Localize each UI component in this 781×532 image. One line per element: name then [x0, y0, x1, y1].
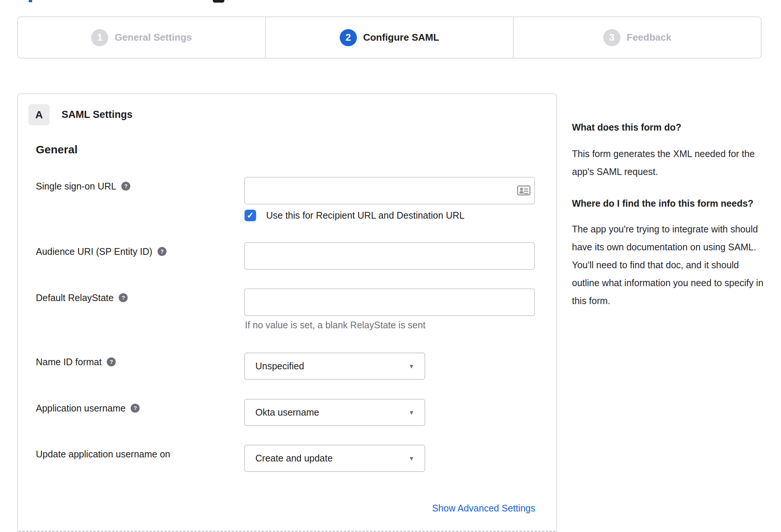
name-id-format-label-text: Name ID format	[36, 356, 102, 367]
application-username-label: Application username ?	[36, 403, 140, 414]
sso-url-label: Single sign-on URL ?	[36, 181, 130, 192]
default-relaystate-label-text: Default RelayState	[36, 292, 113, 303]
step-general-settings: 1 General Settings	[18, 17, 265, 58]
top-cutoff-blue-artifact	[29, 0, 32, 2]
help-icon[interactable]: ?	[119, 293, 128, 302]
top-cutoff-logo-artifact	[213, 0, 224, 3]
audience-uri-input[interactable]	[244, 242, 535, 270]
caret-down-icon: ▾	[410, 454, 413, 463]
saml-settings-panel: A SAML Settings General Single sign-on U…	[17, 93, 557, 532]
configure-saml-page: 1 General Settings 2 Configure SAML 3 Fe…	[0, 0, 781, 532]
audience-uri-label: Audience URI (SP Entity ID) ?	[36, 246, 167, 257]
default-relaystate-label: Default RelayState ?	[36, 292, 128, 303]
sso-url-input[interactable]	[244, 177, 535, 204]
section-a-badge: A	[28, 104, 50, 125]
card-person-body	[519, 191, 524, 194]
help-sidebar: What does this form do? This form genera…	[572, 120, 764, 310]
step-label: Configure SAML	[363, 32, 439, 43]
dashed-divider	[19, 531, 556, 532]
caret-down-icon: ▾	[410, 408, 413, 417]
step-configure-saml: 2 Configure SAML	[265, 17, 513, 58]
sidebar-question-1: What does this form do?	[572, 120, 764, 134]
step-label: Feedback	[627, 32, 672, 43]
recipient-url-checkbox[interactable]: ✓	[245, 210, 256, 221]
wizard-stepper: 1 General Settings 2 Configure SAML 3 Fe…	[17, 16, 762, 59]
card-line	[524, 188, 528, 190]
name-id-format-label: Name ID format ?	[36, 356, 116, 367]
update-application-username-dropdown[interactable]: Create and update ▾	[244, 445, 425, 472]
audience-uri-label-text: Audience URI (SP Entity ID)	[36, 246, 152, 257]
application-username-dropdown[interactable]: Okta username ▾	[244, 399, 425, 426]
update-application-username-label: Update application username on	[36, 448, 170, 460]
help-icon[interactable]: ?	[158, 247, 167, 256]
caret-down-icon: ▾	[410, 362, 413, 370]
show-advanced-settings-link[interactable]: Show Advanced Settings	[432, 503, 535, 514]
step-label: General Settings	[115, 32, 192, 43]
application-username-label-text: Application username	[36, 403, 125, 414]
recipient-url-checkbox-row: ✓ Use this for Recipient URL and Destina…	[245, 210, 464, 221]
dropdown-selected-value: Create and update	[255, 453, 410, 464]
step-number-badge: 1	[91, 29, 108, 46]
recipient-url-checkbox-label: Use this for Recipient URL and Destinati…	[266, 210, 464, 221]
card-line	[524, 191, 528, 192]
card-line	[524, 193, 528, 194]
sidebar-question-2: Where do I find the info this form needs…	[572, 196, 764, 210]
default-relaystate-input[interactable]	[244, 288, 535, 316]
sso-url-label-text: Single sign-on URL	[36, 181, 116, 192]
dropdown-selected-value: Unspecified	[255, 361, 410, 372]
help-icon[interactable]: ?	[107, 357, 116, 366]
dropdown-selected-value: Okta username	[255, 407, 410, 418]
panel-title: SAML Settings	[62, 104, 133, 125]
step-feedback: 3 Feedback	[513, 17, 761, 58]
name-id-format-dropdown[interactable]: Unspecified ▾	[244, 353, 425, 380]
general-heading: General	[36, 143, 78, 156]
sidebar-answer-1: This form generates the XML needed for t…	[572, 145, 764, 181]
contact-card-autofill-icon[interactable]	[517, 185, 530, 195]
help-icon[interactable]: ?	[131, 404, 140, 413]
checkmark-icon: ✓	[247, 211, 254, 220]
relaystate-hint: If no value is set, a blank RelayState i…	[245, 320, 426, 331]
step-number-badge: 3	[603, 29, 620, 46]
help-icon[interactable]: ?	[121, 182, 130, 191]
update-application-username-label-text: Update application username on	[36, 448, 170, 460]
sidebar-answer-2: The app you're trying to integrate with …	[572, 220, 764, 310]
card-person-head	[520, 188, 523, 191]
step-number-badge: 2	[340, 29, 357, 46]
